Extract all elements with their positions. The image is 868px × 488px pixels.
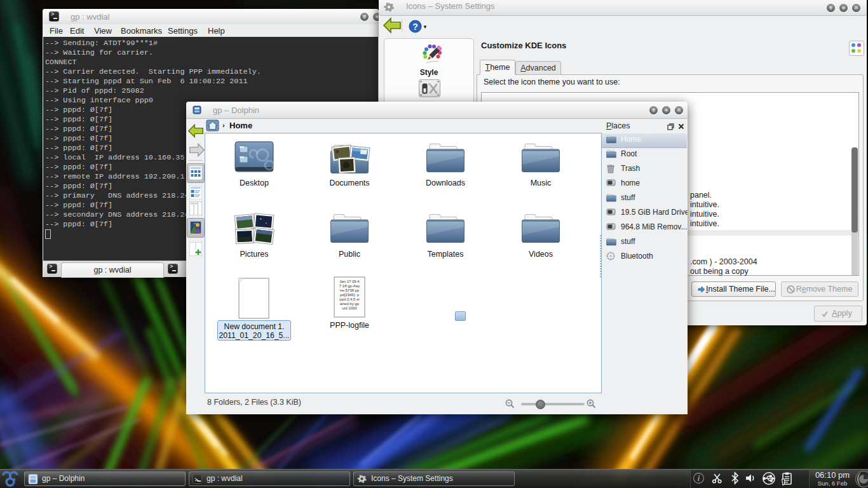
svg-text:i: i: [698, 474, 700, 483]
svg-text:uid 1000: uid 1000: [342, 306, 357, 310]
svg-text:ppd 2.4.5 st: ppd 2.4.5 st: [339, 297, 360, 301]
svg-text:7:18 gp-Asp: 7:18 gp-Asp: [339, 284, 360, 288]
svg-text:pd[1946]: p: pd[1946]: p: [340, 293, 360, 297]
svg-text:?: ?: [412, 22, 418, 32]
svg-text:ire-5738 pp: ire-5738 pp: [340, 288, 360, 292]
svg-text:Jan 17 09:4: Jan 17 09:4: [339, 280, 360, 283]
svg-text:arted by gp: arted by gp: [340, 302, 360, 306]
